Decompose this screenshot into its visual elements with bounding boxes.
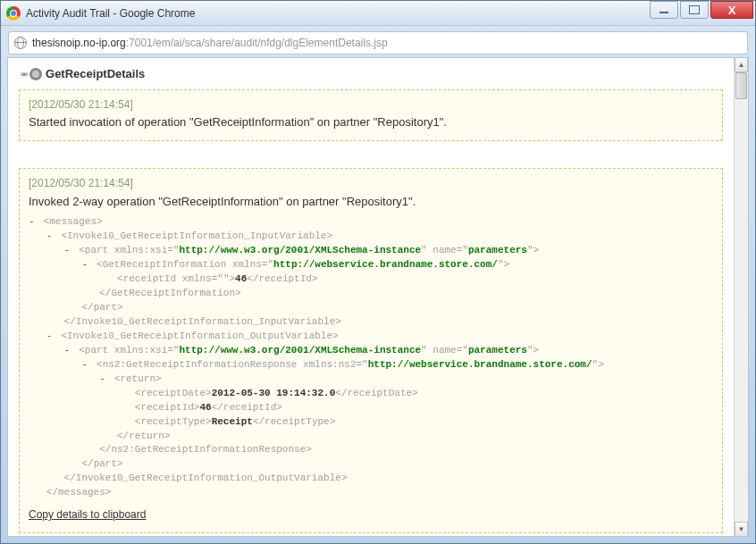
chrome-icon <box>6 6 21 21</box>
window-title: Activity Audit Trail - Google Chrome <box>26 7 650 20</box>
timestamp: [2012/05/30 21:14:54] <box>29 176 713 191</box>
maximize-button[interactable] <box>680 1 709 19</box>
copy-to-clipboard-link[interactable]: Copy details to clipboard <box>29 507 146 523</box>
vertical-scrollbar[interactable]: ▲ ▼ <box>734 58 748 536</box>
scroll-thumb[interactable] <box>735 72 747 99</box>
scroll-track[interactable] <box>735 72 748 522</box>
page-content: »» GetReceiptDetails [2012/05/30 21:14:5… <box>7 57 749 537</box>
audit-message: Started invocation of operation "GetRece… <box>29 114 713 131</box>
url-path: :7001/em/ai/sca/share/audit/nfdg/dlgElem… <box>126 37 388 49</box>
scroll-area: »» GetReceiptDetails [2012/05/30 21:14:5… <box>8 58 734 536</box>
window-controls: X <box>650 1 755 25</box>
globe-icon <box>14 37 27 49</box>
timestamp: [2012/05/30 21:14:54] <box>29 97 713 113</box>
collapse-toggle[interactable]: - <box>99 372 108 387</box>
address-bar[interactable]: thesisnoip.no-ip.org:7001/em/ai/sca/shar… <box>8 31 748 54</box>
scroll-down-button[interactable]: ▼ <box>735 522 748 536</box>
close-button[interactable]: X <box>710 1 753 19</box>
collapse-toggle[interactable]: - <box>46 230 55 244</box>
audit-entry: [2012/05/30 21:14:54] Started invocation… <box>19 89 723 141</box>
minimize-button[interactable] <box>650 1 678 19</box>
collapse-toggle[interactable]: - <box>29 215 38 230</box>
heading-text: GetReceiptDetails <box>46 67 145 80</box>
invoke-arrows-icon: »» <box>21 70 26 79</box>
audit-message: Invoked 2-way operation "GetReceiptInfor… <box>29 194 713 211</box>
window-titlebar: Activity Audit Trail - Google Chrome X <box>1 1 755 26</box>
scroll-up-button[interactable]: ▲ <box>735 58 748 72</box>
collapse-toggle[interactable]: - <box>46 330 55 344</box>
collapse-toggle[interactable]: - <box>81 258 90 272</box>
url-host: thesisnoip.no-ip.org <box>32 37 126 49</box>
section-heading: »» GetReceiptDetails <box>21 67 725 80</box>
audit-entry: [2012/05/30 21:14:54] Invoked 2-way oper… <box>19 168 723 532</box>
collapse-toggle[interactable]: - <box>81 358 90 372</box>
collapse-toggle[interactable]: - <box>64 344 73 358</box>
collapse-toggle[interactable]: - <box>64 244 73 258</box>
gear-icon <box>29 68 42 80</box>
xml-payload: - <messages> - <Invoke10_GetReceiptInfor… <box>29 215 713 500</box>
